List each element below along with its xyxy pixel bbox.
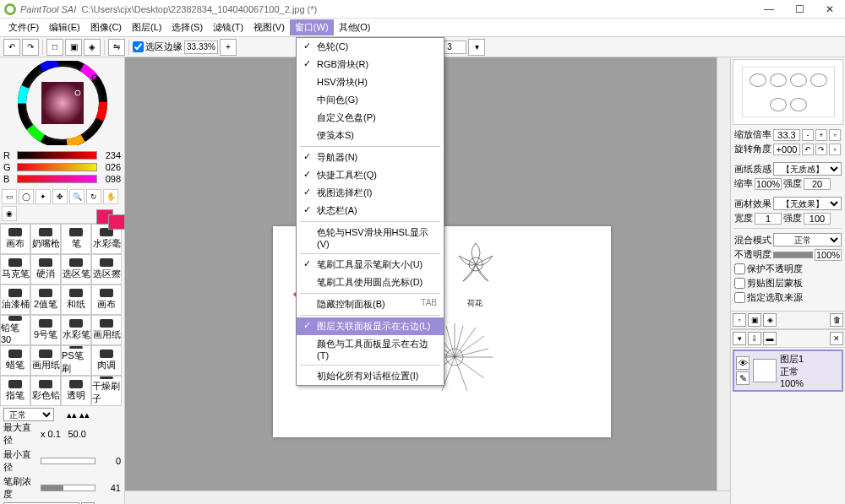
sel-edge-check[interactable]: 选区边缘 [133, 41, 183, 53]
show-sel-button[interactable]: ◈ [84, 39, 101, 56]
brush-tool[interactable]: 画用纸 [91, 315, 122, 345]
menu-option[interactable]: 笔刷工具使用圆点光标(D) [297, 274, 444, 291]
brush-mode-select[interactable]: 正常 [3, 408, 54, 421]
brush-tool[interactable]: 奶嘴枪 [30, 224, 61, 254]
move-tool[interactable]: ✥ [52, 189, 68, 204]
stabilizer-set[interactable]: ▾ [468, 39, 485, 56]
opacity-slider[interactable] [773, 252, 813, 258]
menu-option[interactable]: RGB滑块(R) [297, 56, 444, 73]
zoom-reset-button[interactable]: ▫ [829, 129, 841, 141]
menu-option[interactable]: HSV滑块(H) [297, 73, 444, 91]
flip-h-button[interactable]: ⇋ [108, 39, 125, 56]
clip-check[interactable] [734, 278, 745, 289]
brush-tool[interactable]: 笔 [61, 224, 91, 254]
hand-tool[interactable]: ✋ [103, 189, 118, 204]
layer-item[interactable]: 👁 ✎ 图层1 正常 100% [733, 350, 843, 392]
menu-option[interactable]: 色轮(C) [297, 38, 444, 56]
menu-option[interactable]: 隐藏控制面板(B)TAB [297, 295, 444, 313]
brush-tool[interactable]: 蜡笔 [0, 345, 30, 376]
zoom-tool[interactable]: 🔍 [69, 189, 84, 204]
menu-文件[interactable]: 文件(F) [3, 19, 44, 35]
menu-option[interactable]: 颜色与工具面板显示在右边(T) [297, 335, 444, 363]
menu-其他[interactable]: 其他(O) [334, 19, 376, 35]
rotate-ccw-button[interactable]: ↶ [802, 144, 814, 155]
brush-tool[interactable]: 选区笔 [61, 254, 91, 285]
brush-tool[interactable]: 干燥刷子 [91, 376, 122, 406]
menu-图像[interactable]: 图像(C) [85, 19, 127, 35]
brush-tool[interactable]: 彩色铅 [30, 376, 61, 406]
menu-option[interactable]: 初始化所有对话框位置(I) [297, 367, 444, 385]
b-slider[interactable] [17, 175, 97, 183]
brush-tool[interactable]: 硬消 [30, 254, 61, 285]
wand-tool[interactable]: ✦ [35, 189, 51, 204]
effect-select[interactable]: 【无效果】 [773, 197, 842, 210]
layer-edit-toggle[interactable]: ✎ [736, 371, 750, 385]
sel-edge-plus[interactable]: + [220, 39, 237, 56]
menu-option[interactable]: 快捷工具栏(Q) [297, 166, 444, 184]
new-vector-button[interactable]: ◈ [763, 313, 777, 327]
menu-option[interactable]: 图层关联面板显示在右边(L) [297, 317, 444, 335]
menu-option[interactable]: 中间色(G) [297, 91, 444, 109]
brush-tool[interactable]: 马克笔 [0, 254, 30, 285]
min-size-slider[interactable] [41, 458, 95, 464]
lasso-tool[interactable]: ◯ [19, 189, 34, 204]
brush-tool[interactable]: 画布 [91, 285, 122, 315]
brush-tool[interactable]: 水彩笔 [61, 315, 91, 345]
maximize-button[interactable]: ☐ [788, 2, 811, 17]
redo-button[interactable]: ↷ [22, 39, 39, 56]
brush-tool[interactable]: 画用纸 [30, 345, 61, 376]
horizontal-scrollbar[interactable] [125, 490, 730, 504]
brush-tool[interactable]: 油漆桶 [0, 285, 30, 315]
brush-tool[interactable]: 和纸 [61, 285, 91, 315]
brush-tool[interactable]: PS笔刷 [61, 345, 91, 376]
vertical-scrollbar[interactable] [717, 57, 730, 504]
menu-窗口[interactable]: 窗口(W) [290, 19, 334, 35]
menu-option[interactable]: 色轮与HSV滑块用HSL显示(V) [297, 224, 444, 252]
menu-option[interactable]: 导航器(N) [297, 149, 444, 166]
paper-quality-select[interactable]: 【无质感】 [773, 162, 842, 176]
color-wheel[interactable] [0, 57, 124, 149]
rotate-cw-button[interactable]: ↷ [815, 144, 827, 155]
brush-tool[interactable]: 画布 [0, 224, 30, 254]
menu-选择[interactable]: 选择(S) [166, 19, 208, 35]
rotate-reset-button[interactable]: ▫ [829, 144, 841, 155]
brush-tool[interactable]: 2值笔 [30, 285, 61, 315]
new-layer-button[interactable]: ▫ [733, 313, 746, 327]
deselect-button[interactable]: □ [46, 39, 63, 56]
menu-视图[interactable]: 视图(V) [248, 19, 290, 35]
menu-图层[interactable]: 图层(L) [127, 19, 166, 35]
r-slider[interactable] [17, 151, 97, 160]
sel-edge-input[interactable] [184, 41, 218, 54]
blend-select[interactable]: 正常 [773, 233, 842, 247]
menu-option[interactable]: 自定义色盘(P) [297, 109, 444, 127]
invert-sel-button[interactable]: ▣ [65, 39, 82, 56]
menu-编辑[interactable]: 编辑(E) [44, 19, 85, 35]
clear-layer-button[interactable]: ✕ [830, 332, 843, 345]
bg-color[interactable] [108, 214, 125, 230]
menu-option[interactable]: 状态栏(A) [297, 202, 444, 219]
transfer-button[interactable]: ⇩ [748, 332, 761, 345]
zoom-out-button[interactable]: - [802, 129, 814, 141]
menu-option[interactable]: 视图选择栏(I) [297, 184, 444, 202]
merge-down-button[interactable]: ▾ [733, 332, 746, 345]
zoom-in-button[interactable]: + [815, 129, 827, 141]
close-button[interactable]: ✕ [818, 2, 842, 17]
brush-tool[interactable]: 透明 [61, 376, 91, 406]
picker-tool[interactable]: ◉ [2, 206, 17, 221]
layer-visibility-toggle[interactable]: 👁 [736, 356, 750, 370]
menu-滤镜[interactable]: 滤镜(T) [208, 19, 248, 35]
g-slider[interactable] [17, 163, 97, 171]
flatten-button[interactable]: ▬ [763, 332, 777, 345]
brush-tool[interactable]: 9号笔 [30, 315, 61, 345]
brush-tool[interactable]: 指笔 [0, 376, 30, 406]
source-check[interactable] [734, 292, 745, 303]
undo-button[interactable]: ↶ [3, 39, 20, 56]
brush-tool[interactable]: 肉调 [91, 345, 122, 376]
rotate-tool[interactable]: ↻ [86, 189, 101, 204]
menu-option[interactable]: 便笺本S) [297, 127, 444, 144]
minimize-button[interactable]: — [757, 2, 781, 17]
new-group-button[interactable]: ▣ [748, 313, 761, 327]
rect-select-tool[interactable]: ▭ [2, 189, 17, 204]
navigator[interactable] [733, 59, 843, 125]
menu-option[interactable]: 笔刷工具显示笔刷大小(U) [297, 256, 444, 274]
